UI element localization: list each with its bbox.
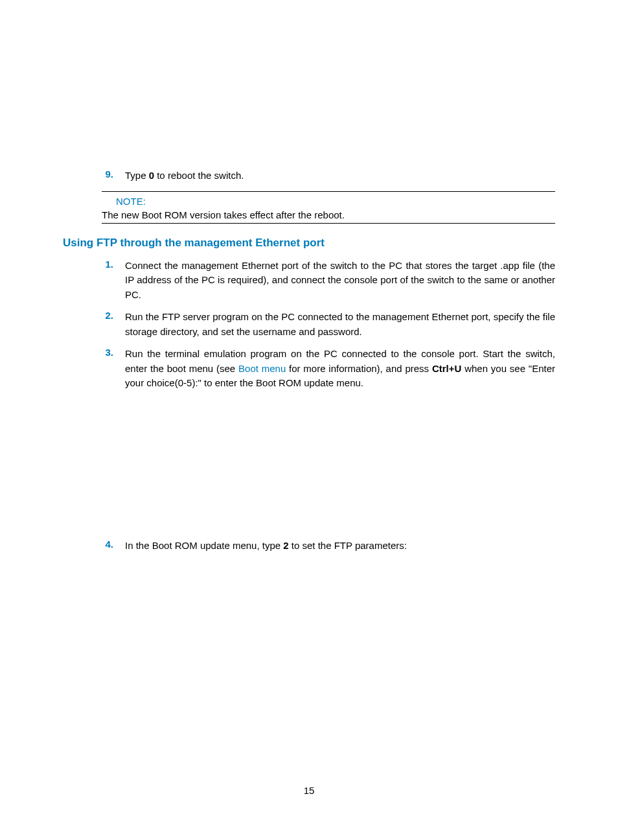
link-text[interactable]: Boot menu xyxy=(238,363,286,374)
note-text: The new Boot ROM version takes effect af… xyxy=(102,209,555,220)
step-3: 3. Run the terminal emulation program on… xyxy=(63,347,555,391)
text-part: Type xyxy=(125,170,149,181)
step-number: 9. xyxy=(102,169,125,183)
bold-text: 0 xyxy=(149,170,154,181)
step-text: Run the terminal emulation program on th… xyxy=(125,347,555,391)
section-heading: Using FTP through the management Etherne… xyxy=(63,237,555,250)
step-number: 2. xyxy=(102,310,125,339)
step-2: 2. Run the FTP server program on the PC … xyxy=(63,310,555,339)
bold-text: 2 xyxy=(283,540,288,551)
note-box: NOTE: The new Boot ROM version takes eff… xyxy=(102,191,555,224)
note-label: NOTE: xyxy=(102,196,555,207)
text-part: to reboot the switch. xyxy=(154,170,244,181)
page-number: 15 xyxy=(0,785,618,796)
step-text: Connect the management Ethernet port of … xyxy=(125,259,555,303)
step-1: 1. Connect the management Ethernet port … xyxy=(63,259,555,303)
step-4: 4. In the Boot ROM update menu, type 2 t… xyxy=(63,539,555,554)
text-part: to set the FTP parameters: xyxy=(289,540,407,551)
step-9: 9. Type 0 to reboot the switch. xyxy=(63,169,555,183)
step-number: 4. xyxy=(102,539,125,554)
bold-text: Ctrl+U xyxy=(432,363,461,374)
text-part: In the Boot ROM update menu, type xyxy=(125,540,283,551)
step-text: Run the FTP server program on the PC con… xyxy=(125,310,555,339)
text-part: for more information), and press xyxy=(286,363,432,374)
step-text: Type 0 to reboot the switch. xyxy=(125,169,555,183)
step-text: In the Boot ROM update menu, type 2 to s… xyxy=(125,539,555,554)
step-number: 3. xyxy=(102,347,125,391)
step-number: 1. xyxy=(102,259,125,303)
